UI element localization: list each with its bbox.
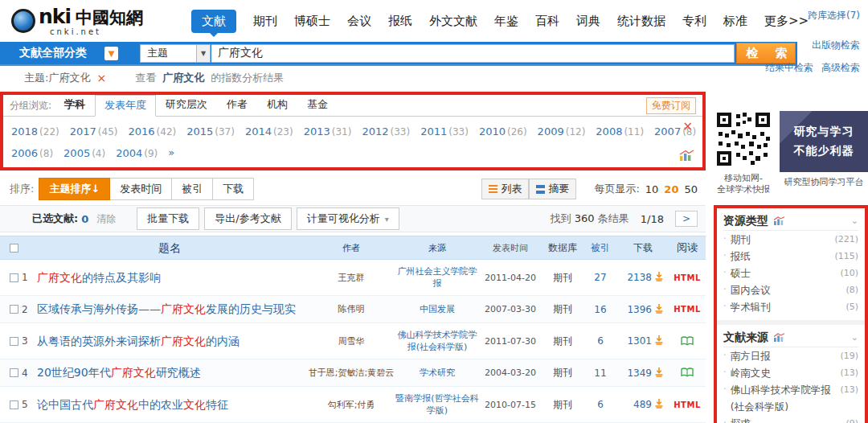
year-filter-link[interactable]: 2004(9) [116, 145, 158, 160]
per-page-option[interactable]: 10 [645, 183, 659, 195]
download-cell[interactable]: 489 [617, 398, 669, 411]
year-filter-link[interactable]: 2008(11) [596, 123, 644, 138]
download-icon[interactable] [654, 271, 664, 284]
resource-type-item[interactable]: ·报纸(115) [723, 248, 858, 265]
html-read-link[interactable]: HTML [674, 273, 701, 282]
search-in-result-link[interactable]: 结果中检索 [765, 61, 813, 75]
result-title-link[interactable]: 广府文化的特点及其影响 [37, 271, 161, 284]
resource-type-item[interactable]: ·国内会议(8) [723, 281, 858, 298]
cited-count[interactable]: 6 [583, 335, 617, 347]
year-filter-link[interactable]: 2016(42) [128, 123, 176, 138]
year-filter-link[interactable]: 2009(12) [538, 123, 586, 138]
filter-tab-0[interactable]: 学科 [55, 94, 95, 116]
download-icon[interactable] [654, 367, 664, 380]
nav-item-3[interactable]: 会议 [347, 14, 371, 29]
filter-tab-2[interactable]: 研究层次 [156, 94, 217, 116]
result-title-link[interactable]: 20世纪90年代广府文化研究概述 [37, 366, 201, 379]
next-page-button[interactable]: > [675, 211, 698, 227]
bar-chart-icon[interactable] [773, 330, 785, 345]
search-field-select[interactable]: 主题 ▼ [140, 44, 211, 63]
row-checkbox[interactable] [10, 368, 18, 377]
resource-type-item[interactable]: ·学术辑刊(5) [723, 298, 858, 315]
remove-tag-icon[interactable]: × [96, 72, 106, 84]
result-title-link[interactable]: 从粤语的英源外来词探析广府文化的内涵 [37, 335, 240, 347]
doc-source-item[interactable]: ·佛山科学技术学院学报(社会科学版)(13) [723, 381, 858, 415]
per-page-option[interactable]: 20 [664, 183, 678, 195]
html-read-link[interactable]: HTML [674, 400, 701, 409]
category-select-button[interactable]: 文献全部分类 ▼ [5, 46, 140, 60]
cited-count[interactable]: 27 [583, 272, 617, 283]
source-link[interactable]: 广州社会主义学院学报 [395, 265, 479, 290]
nav-item-1[interactable]: 期刊 [253, 14, 277, 29]
nav-item-7[interactable]: 百科 [535, 14, 559, 29]
nav-item-2[interactable]: 博硕士 [294, 14, 330, 29]
download-icon[interactable] [654, 398, 664, 411]
abstract-view-button[interactable]: 摘要 [529, 179, 576, 199]
select-all-checkbox[interactable] [10, 244, 18, 253]
row-checkbox[interactable] [10, 337, 18, 346]
author-name[interactable]: 周雪华 [307, 335, 395, 347]
sort-option-1[interactable]: 发表时间 [110, 178, 172, 200]
filter-tab-1[interactable]: 发表年度 [95, 95, 156, 117]
cross-db-select-link[interactable]: 跨库选择(7) [808, 10, 860, 21]
collapse-chevron-icon[interactable]: ⌄ [851, 332, 858, 343]
sort-option-2[interactable]: 被引 [172, 178, 213, 200]
html-read-link[interactable]: HTML [674, 305, 701, 314]
bar-chart-icon[interactable] [773, 213, 785, 228]
doc-source-item[interactable]: ·探求(9) [723, 415, 858, 423]
cited-count[interactable]: 16 [583, 304, 617, 315]
resource-type-item[interactable]: ·硕士(10) [723, 265, 858, 281]
sort-option-0[interactable]: 主题排序↓ [39, 178, 110, 200]
nav-item-4[interactable]: 报纸 [388, 14, 412, 29]
source-link[interactable]: 学术研究 [395, 367, 479, 379]
collapse-chevron-icon[interactable]: ⌄ [851, 216, 858, 226]
doc-source-item[interactable]: ·岭南文史(13) [723, 364, 858, 381]
toolbar-action-1[interactable]: 导出/参考文献 [204, 207, 291, 230]
filter-tab-5[interactable]: 基金 [297, 94, 338, 116]
advanced-search-link[interactable]: 高级检索 [821, 61, 860, 75]
study-tool-banner[interactable]: 研究与学习 不能少利器 [780, 111, 868, 172]
toolbar-action-0[interactable]: 批量下载 [137, 207, 199, 230]
author-name[interactable]: 甘于恩;贺敏洁;黄碧云 [307, 367, 395, 379]
year-filter-link[interactable]: 2011(33) [420, 123, 469, 138]
sort-option-3[interactable]: 下载 [213, 178, 254, 200]
download-icon[interactable] [654, 303, 664, 316]
download-icon[interactable] [654, 335, 664, 347]
nav-item-6[interactable]: 年鉴 [494, 14, 518, 29]
download-cell[interactable]: 1349 [617, 367, 669, 380]
year-filter-link[interactable]: 2006(8) [11, 145, 53, 160]
source-link[interactable]: 佛山科学技术学院学报(社会科学版) [395, 329, 479, 353]
author-name[interactable]: 王克群 [307, 272, 395, 284]
resource-type-item[interactable]: ·期刊(221) [723, 231, 858, 248]
clear-selection-link[interactable]: 清除 [96, 212, 116, 226]
source-link[interactable]: 暨南学报(哲学社会科学版) [395, 392, 479, 417]
list-view-button[interactable]: 列表 [481, 179, 529, 199]
download-cell[interactable]: 1396 [617, 303, 669, 316]
free-subscribe-link[interactable]: 免费订阅 [646, 97, 696, 114]
row-checkbox[interactable] [10, 305, 18, 314]
year-filter-link[interactable]: 2015(37) [186, 123, 235, 138]
download-cell[interactable]: 1301 [617, 335, 669, 347]
search-input[interactable] [211, 44, 735, 63]
read-book-icon[interactable] [681, 365, 694, 380]
nav-item-9[interactable]: 统计数据 [617, 14, 665, 29]
year-filter-link[interactable]: 2012(33) [362, 123, 410, 138]
filter-tab-3[interactable]: 作者 [217, 94, 257, 116]
result-title-link[interactable]: 论中国古代广府文化中的农业文化特征 [37, 398, 228, 411]
year-filter-link[interactable]: 2005(4) [63, 145, 105, 160]
nav-item-11[interactable]: 标准 [723, 14, 747, 29]
nav-item-10[interactable]: 专利 [682, 14, 706, 29]
nav-item-0[interactable]: 文献 [191, 10, 236, 33]
year-filter-link[interactable]: 2018(22) [11, 123, 59, 138]
close-panel-icon[interactable]: × [682, 119, 693, 133]
source-link[interactable]: 中国发展 [395, 303, 479, 315]
year-filter-link[interactable]: 2010(26) [479, 123, 527, 138]
year-filter-link[interactable]: 2013(31) [304, 123, 352, 138]
year-filter-link[interactable]: 2014(23) [245, 123, 293, 138]
cnki-logo[interactable]: nki 中國知網 cnki.net [11, 6, 178, 36]
filter-tab-4[interactable]: 机构 [257, 94, 297, 116]
cited-count[interactable]: 11 [583, 368, 617, 379]
index-keyword-link[interactable]: 广府文化 [162, 71, 204, 85]
year-filter-link[interactable]: 2017(45) [70, 123, 118, 138]
cited-count[interactable]: 6 [583, 399, 617, 410]
